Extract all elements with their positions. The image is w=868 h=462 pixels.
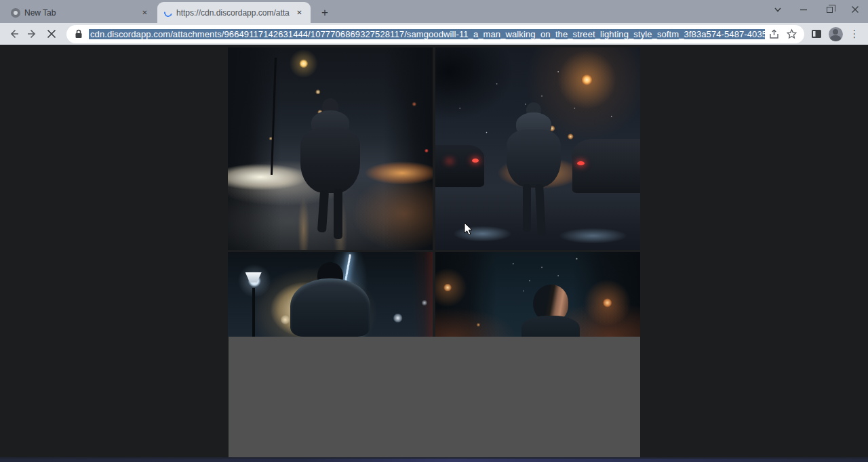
person-silhouette [283, 262, 378, 337]
restore-button[interactable] [816, 0, 842, 19]
forward-button[interactable] [23, 24, 42, 43]
avatar-icon [829, 27, 843, 41]
back-button[interactable] [4, 24, 23, 43]
tab-search-chevron-icon[interactable] [765, 0, 791, 19]
close-tab-icon[interactable]: ✕ [139, 7, 151, 18]
image-loading-placeholder [229, 337, 640, 457]
tab-title: https://cdn.discordapp.com/atta [176, 8, 290, 18]
address-bar[interactable]: cdn.discordapp.com/attachments/966491171… [66, 25, 804, 43]
url-text-container[interactable]: cdn.discordapp.com/attachments/966491171… [89, 29, 765, 39]
browser-menu-button[interactable]: ⋮ [845, 24, 864, 43]
lamp-post-shape [252, 288, 255, 337]
kebab-menu-icon: ⋮ [846, 28, 863, 40]
tab-bar: New Tab ✕ https://cdn.discordapp.com/att… [0, 0, 868, 23]
tab-title: New Tab [24, 8, 135, 18]
chrome-logo-icon [11, 8, 20, 18]
parked-car-shape [435, 145, 484, 188]
window-controls [765, 0, 868, 19]
toolbar-right-cluster: ⋮ [807, 24, 864, 43]
chrome-logo-inner [14, 11, 18, 15]
lamp-head-shape [245, 272, 262, 282]
side-panel-button[interactable] [807, 24, 826, 43]
person-silhouette [507, 102, 561, 245]
browser-window: New Tab ✕ https://cdn.discordapp.com/att… [0, 0, 868, 462]
generated-image-2 [435, 47, 640, 250]
lamp-post-shape [271, 58, 277, 175]
parked-car-shape [572, 139, 640, 194]
generated-image-3 [228, 252, 433, 337]
restore-icon [827, 7, 833, 13]
url-text-selected[interactable]: cdn.discordapp.com/attachments/966491171… [89, 29, 765, 39]
share-button[interactable] [765, 25, 783, 43]
mouse-cursor [464, 222, 474, 236]
minimize-button[interactable] [791, 0, 816, 19]
person-silhouette [300, 98, 360, 249]
person-silhouette [521, 285, 580, 337]
lock-icon [74, 28, 83, 39]
stop-loading-button[interactable] [42, 24, 61, 43]
close-tab-icon[interactable]: ✕ [294, 7, 305, 18]
profile-avatar-button[interactable] [826, 24, 845, 43]
bookmark-star-button[interactable] [783, 25, 800, 43]
generated-image-grid [228, 47, 640, 337]
generated-image-1 [228, 47, 433, 250]
tab-new-tab[interactable]: New Tab ✕ [4, 2, 156, 23]
close-window-button[interactable] [842, 0, 868, 19]
page-content [0, 45, 868, 462]
browser-toolbar: cdn.discordapp.com/attachments/966491171… [0, 23, 868, 45]
new-tab-button[interactable]: + [316, 4, 334, 22]
generated-image-4 [435, 252, 640, 337]
loading-spinner-icon [163, 7, 174, 18]
bottom-strip [0, 457, 868, 462]
tab-discord-cdn[interactable]: https://cdn.discordapp.com/atta ✕ [157, 2, 311, 23]
